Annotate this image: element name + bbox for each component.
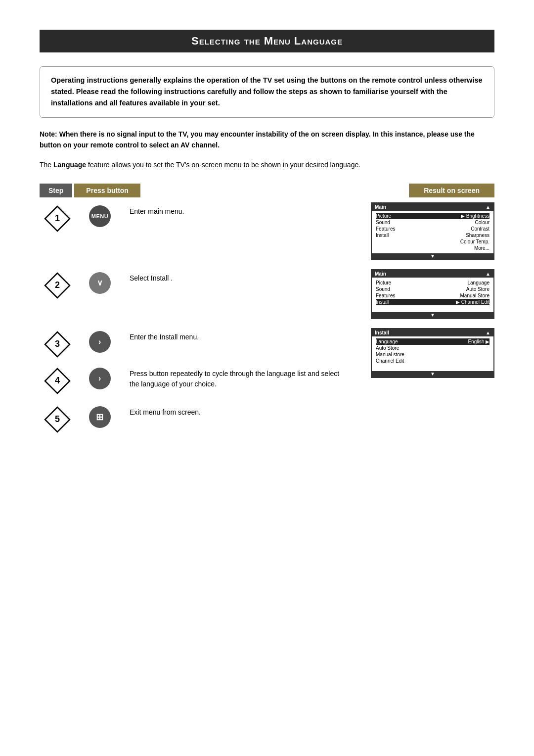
step-label-4: 4 [55, 376, 60, 386]
screen-row: Sound Colour [376, 219, 490, 226]
down-button[interactable]: ∨ [89, 272, 111, 294]
step-row-4: 4 › Press button repeatedly to cycle thr… [40, 365, 356, 394]
diamond-3: 3 [44, 331, 71, 358]
screen-result-2: Main ▲ Picture Language Sound Auto Store… [356, 269, 494, 319]
step-label-3: 3 [55, 339, 60, 349]
step-text-5: Exit menu from screen. [125, 403, 356, 418]
screen-row: Features Contrast [376, 226, 490, 232]
screen-row: Sound Auto Store [376, 286, 490, 292]
screen-row: Auto Store [376, 345, 490, 351]
header-press: Press button [74, 184, 140, 197]
info-box: Operating instructions generally explain… [40, 66, 494, 118]
screen-body-1: Picture ▶ Brightness Sound Colour Featur… [372, 211, 493, 253]
step-label-1: 1 [55, 213, 60, 224]
step-number-1: 1 [40, 202, 75, 232]
screen-body-3: Language English ▶ Auto Store Manual sto… [372, 336, 493, 371]
step-number-5: 5 [40, 403, 75, 433]
screen-mock-3: Install ▲ Language English ▶ Auto Store … [371, 328, 494, 378]
page-title: Selecting the Menu Language [40, 30, 494, 52]
step-text-2: Select Install . [125, 269, 356, 284]
step-text-1: Enter main menu. [125, 202, 356, 217]
table-header: Step Press button Result on screen [40, 184, 494, 197]
screen-mock-1: Main ▲ Picture ▶ Brightness Sound Colour… [371, 202, 494, 260]
screen-body-2: Picture Language Sound Auto Store Featur… [372, 278, 493, 312]
step-button-4: › [75, 365, 125, 389]
step-row-3: 3 › Enter the Install menu. [40, 328, 356, 358]
step-label-2: 2 [55, 280, 60, 290]
step-row-2: 2 ∨ Select Install . Main ▲ Picture Lang… [40, 269, 494, 319]
step-label-5: 5 [55, 414, 60, 425]
step-text-4: Press button repeatedly to cycle through… [125, 365, 356, 389]
step-text-3: Enter the Install menu. [125, 328, 356, 342]
step-button-1: MENU [75, 202, 125, 227]
menu-button[interactable]: MENU [89, 205, 111, 227]
right-button-4[interactable]: › [89, 368, 111, 389]
steps-area: 1 MENU Enter main menu. Main ▲ Picture ▶… [40, 202, 494, 442]
screen-row: Picture Language [376, 280, 490, 286]
step-row-pair-3-4: 3 › Enter the Install menu. 4 [40, 328, 494, 394]
screen-row: Colour Temp. [376, 238, 490, 245]
right-button-3[interactable]: › [89, 331, 111, 353]
screen-row: Install Sharpness [376, 232, 490, 238]
diamond-5: 5 [44, 406, 71, 433]
screen-result-3-4: Install ▲ Language English ▶ Auto Store … [356, 328, 494, 394]
step-row-5: 5 ⊞ Exit menu from screen. [40, 403, 494, 433]
step-number-3: 3 [40, 328, 75, 358]
step-number-4: 4 [40, 365, 75, 394]
diamond-4: 4 [44, 368, 71, 394]
screen-top-bar-3: Install ▲ [372, 329, 493, 336]
screen-bottom-bar-3: ▼ [372, 371, 493, 377]
step-button-5: ⊞ [75, 403, 125, 428]
step-number-2: 2 [40, 269, 75, 299]
screen-row: Install ▶ Channel Edit [376, 299, 490, 305]
diamond-1: 1 [44, 205, 71, 232]
exit-button[interactable]: ⊞ [89, 406, 111, 428]
screen-bottom-bar-1: ▼ [372, 253, 493, 259]
screen-bottom-bar-2: ▼ [372, 312, 493, 318]
step-button-2: ∨ [75, 269, 125, 294]
note-paragraph: Note: When there is no signal input to t… [40, 129, 494, 151]
step-col-left: 3 › Enter the Install menu. 4 [40, 328, 356, 394]
screen-row: Channel Edit [376, 358, 490, 364]
screen-row: More... [376, 245, 490, 251]
diamond-2: 2 [44, 272, 71, 299]
step-button-3: › [75, 328, 125, 353]
description-paragraph: The Language feature allows you to set t… [40, 159, 494, 170]
header-result: Result on screen [409, 184, 494, 197]
screen-row: Language English ▶ [376, 338, 490, 345]
screen-row: Features Manual Store [376, 292, 490, 299]
screen-result-1: Main ▲ Picture ▶ Brightness Sound Colour… [356, 202, 494, 260]
step-row-1: 1 MENU Enter main menu. Main ▲ Picture ▶… [40, 202, 494, 260]
screen-mock-2: Main ▲ Picture Language Sound Auto Store… [371, 269, 494, 319]
screen-top-bar-2: Main ▲ [372, 270, 493, 278]
screen-top-bar-1: Main ▲ [372, 203, 493, 211]
screen-row: Manual store [376, 351, 490, 358]
header-step: Step [40, 184, 72, 197]
screen-row: Picture ▶ Brightness [376, 213, 490, 219]
